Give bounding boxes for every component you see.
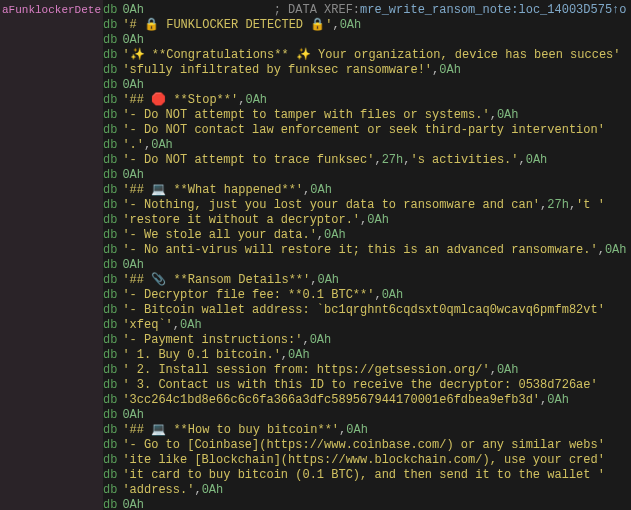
number-literal: 0Ah [497,363,519,378]
separator: , [374,153,381,168]
code-line[interactable]: db'.',0Ah [103,138,631,153]
number-literal: 0Ah [367,213,389,228]
string-literal: '## 🛑 **Stop**' [122,93,238,108]
code-line[interactable]: db' 3. Contact us with this ID to receiv… [103,378,631,393]
number-literal: 0Ah [382,288,404,303]
code-line[interactable]: db'# 🔒 FUNKLOCKER DETECTED 🔒',0Ah [103,18,631,33]
code-line[interactable]: db'- Do NOT contact law enforcement or s… [103,123,631,138]
code-line[interactable]: db'- Go to [Coinbase](https://www.coinba… [103,438,631,453]
db-directive: db [103,183,117,198]
db-directive: db [103,303,117,318]
code-line[interactable]: db'- Nothing, just you lost your data to… [103,198,631,213]
padding [144,3,274,18]
number-literal: 0Ah [122,3,144,18]
code-line[interactable]: db'sfully infiltrated by funksec ransomw… [103,63,631,78]
code-line[interactable]: db'## 📎 **Ransom Details**',0Ah [103,273,631,288]
db-directive: db [103,453,117,468]
string-literal: '- We stole all your data.' [122,228,316,243]
string-literal: '## 💻 **What happened**' [122,183,303,198]
number-literal: 0Ah [317,273,339,288]
string-literal: ' 1. Buy 0.1 bitcoin.' [122,348,280,363]
disassembly-view: aFunklockerDete db0Ah ; DATA XREF: mre_w… [0,0,631,510]
code-line[interactable]: db'- Bitcoin wallet address: `bc1qrghnt6… [103,303,631,318]
number-literal: 0Ah [439,63,461,78]
string-literal: '- Do NOT attempt to trace funksec' [122,153,374,168]
code-line[interactable]: db0Ah ; DATA XREF: mre_write_ransom_note… [103,3,631,18]
separator: , [519,153,526,168]
string-literal: 'xfeq`' [122,318,172,333]
number-literal: 0Ah [151,138,173,153]
number-literal: 0Ah [245,93,267,108]
string-literal: '- No anti-virus will restore it; this i… [122,243,597,258]
xref-comment: ; DATA XREF: [274,3,360,18]
code-line[interactable]: db'3cc264c1bd8e66c6c6fa366a3dfc589567944… [103,393,631,408]
code-line[interactable]: db0Ah [103,258,631,273]
separator: , [569,198,576,213]
db-directive: db [103,378,117,393]
code-line[interactable]: db'- Decryptor file fee: **0.1 BTC**',0A… [103,288,631,303]
db-directive: db [103,363,117,378]
string-literal: '- Nothing, just you lost your data to r… [122,198,540,213]
db-directive: db [103,498,117,510]
code-line[interactable]: db'✨ **Congratulations** ✨ Your organiza… [103,48,631,63]
separator: , [332,18,339,33]
db-directive: db [103,288,117,303]
number-literal: 0Ah [310,183,332,198]
number-literal: 0Ah [122,408,144,423]
code-line[interactable]: db0Ah [103,498,631,510]
db-directive: db [103,228,117,243]
code-line[interactable]: db'it card to buy bitcoin (0.1 BTC), and… [103,468,631,483]
string-literal: 'sfully infiltrated by funksec ransomwar… [122,63,432,78]
db-directive: db [103,468,117,483]
code-line[interactable]: db0Ah [103,408,631,423]
string-literal: 'restore it without a decryptor.' [122,213,360,228]
code-line[interactable]: db'address.',0Ah [103,483,631,498]
string-literal: '- Do NOT attempt to tamper with files o… [122,108,489,123]
string-literal: 'address.' [122,483,194,498]
code-line[interactable]: db'## 💻 **What happened**',0Ah [103,183,631,198]
string-literal: '3cc264c1bd8e66c6c6fa366a3dfc58956794417… [122,393,540,408]
separator: , [173,318,180,333]
code-line[interactable]: db'ite like [Blockchain](https://www.blo… [103,453,631,468]
xref-location[interactable]: mre_write_ransom_note:loc_14003D575↑o [360,3,626,18]
code-line[interactable]: db' 2. Install session from: https://get… [103,363,631,378]
code-line[interactable]: db'- Do NOT attempt to trace funksec',27… [103,153,631,168]
string-literal: '## 💻 **How to buy bitcoin**' [122,423,339,438]
code-line[interactable]: db' 1. Buy 0.1 bitcoin.',0Ah [103,348,631,363]
number-literal: 0Ah [180,318,202,333]
string-literal: '- Go to [Coinbase](https://www.coinbase… [122,438,604,453]
number-literal: 0Ah [605,243,627,258]
code-line[interactable]: db'- Payment instructions:',0Ah [103,333,631,348]
code-line[interactable]: db0Ah [103,168,631,183]
code-line[interactable]: db'## 💻 **How to buy bitcoin**',0Ah [103,423,631,438]
number-literal: 0Ah [288,348,310,363]
db-directive: db [103,63,117,78]
string-literal: 's activities.' [410,153,518,168]
string-literal: ' 2. Install session from: https://getse… [122,363,489,378]
db-directive: db [103,408,117,423]
code-line[interactable]: db'- We stole all your data.',0Ah [103,228,631,243]
db-directive: db [103,198,117,213]
code-column[interactable]: db0Ah ; DATA XREF: mre_write_ransom_note… [103,0,631,510]
db-directive: db [103,423,117,438]
code-line[interactable]: db'## 🛑 **Stop**',0Ah [103,93,631,108]
db-directive: db [103,258,117,273]
number-literal: 0Ah [526,153,548,168]
code-line[interactable]: db'xfeq`',0Ah [103,318,631,333]
number-literal: 0Ah [547,393,569,408]
code-line[interactable]: db'- Do NOT attempt to tamper with files… [103,108,631,123]
separator: , [432,63,439,78]
number-literal: 0Ah [497,108,519,123]
number-literal: 0Ah [346,423,368,438]
code-line[interactable]: db'restore it without a decryptor.',0Ah [103,213,631,228]
code-line[interactable]: db0Ah [103,78,631,93]
symbol-label[interactable]: aFunklockerDete [0,3,103,18]
number-literal: 0Ah [122,258,144,273]
code-line[interactable]: db'- No anti-virus will restore it; this… [103,243,631,258]
separator: , [598,243,605,258]
separator: , [490,363,497,378]
number-literal: 27h [382,153,404,168]
string-literal: ' 3. Contact us with this ID to receive … [122,378,597,393]
separator: , [310,273,317,288]
code-line[interactable]: db0Ah [103,33,631,48]
